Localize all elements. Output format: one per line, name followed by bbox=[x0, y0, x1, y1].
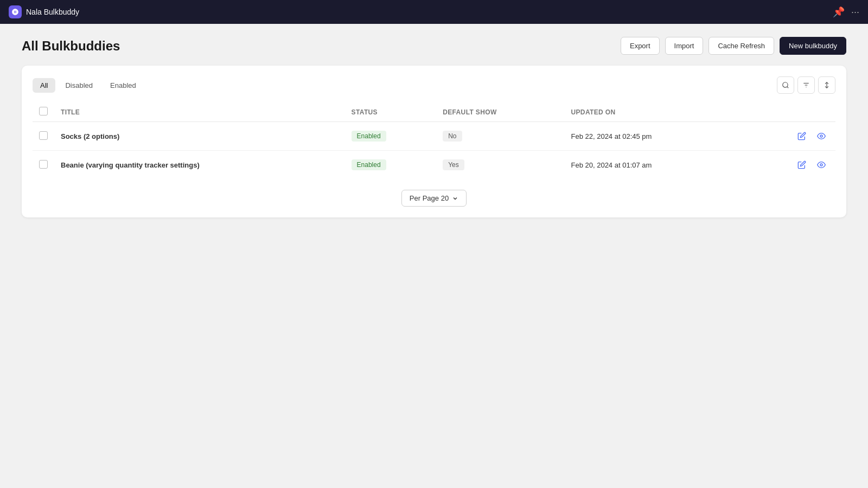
topbar: Nala Bulkbuddy 📌 ··· bbox=[0, 0, 868, 24]
tab-disabled[interactable]: Disabled bbox=[58, 78, 100, 93]
search-button[interactable] bbox=[777, 76, 794, 94]
select-all-checkbox[interactable] bbox=[39, 107, 48, 115]
row-updated-on-1: Feb 20, 2024 at 01:07 am bbox=[564, 151, 744, 179]
default-show-badge-0: No bbox=[443, 131, 462, 142]
export-button[interactable]: Export bbox=[621, 37, 660, 55]
cache-refresh-button[interactable]: Cache Refresh bbox=[709, 37, 774, 55]
sort-button[interactable] bbox=[818, 76, 835, 94]
table-row: Socks (2 options) Enabled No Feb 22, 202… bbox=[33, 122, 835, 151]
more-options-icon[interactable]: ··· bbox=[851, 7, 859, 18]
row-status-1: Enabled bbox=[345, 151, 437, 179]
app-name: Nala Bulkbuddy bbox=[26, 8, 79, 16]
action-icons-1 bbox=[750, 157, 829, 172]
svg-line-1 bbox=[787, 87, 789, 88]
per-page-button[interactable]: Per Page 20 bbox=[401, 190, 467, 207]
row-checkbox-cell bbox=[33, 151, 54, 179]
sort-icon bbox=[823, 81, 831, 89]
col-actions bbox=[744, 102, 835, 122]
col-title: Title bbox=[54, 102, 345, 122]
topbar-right: 📌 ··· bbox=[833, 6, 859, 18]
table-header-row: Title Status Default show Updated On bbox=[33, 102, 835, 122]
filter-icon bbox=[802, 81, 810, 89]
import-button[interactable]: Import bbox=[665, 37, 704, 55]
table-head: Title Status Default show Updated On bbox=[33, 102, 835, 122]
row-default-show-0: No bbox=[436, 122, 564, 151]
default-show-badge-1: Yes bbox=[443, 159, 464, 170]
row-checkbox-0[interactable] bbox=[39, 131, 48, 140]
row-updated-on-0: Feb 22, 2024 at 02:45 pm bbox=[564, 122, 744, 151]
row-title-1: Beanie (varying quantity tracker setting… bbox=[54, 151, 345, 179]
svg-point-0 bbox=[783, 82, 788, 87]
edit-icon-1[interactable] bbox=[794, 157, 809, 172]
main-content: All Disabled Enabled bbox=[0, 66, 868, 217]
filter-tabs: All Disabled Enabled bbox=[33, 76, 835, 94]
table-body: Socks (2 options) Enabled No Feb 22, 202… bbox=[33, 122, 835, 179]
tab-enabled[interactable]: Enabled bbox=[103, 78, 144, 93]
search-icon bbox=[782, 81, 789, 89]
per-page-label: Per Page 20 bbox=[410, 194, 449, 202]
topbar-left: Nala Bulkbuddy bbox=[9, 5, 79, 18]
tab-all[interactable]: All bbox=[33, 78, 55, 93]
row-default-show-1: Yes bbox=[436, 151, 564, 179]
col-updated-on: Updated On bbox=[564, 102, 744, 122]
tabs-left: All Disabled Enabled bbox=[33, 78, 144, 93]
chevron-updown-icon bbox=[452, 195, 458, 202]
tabs-right bbox=[777, 76, 835, 94]
filter-button[interactable] bbox=[797, 76, 815, 94]
row-title-0: Socks (2 options) bbox=[54, 122, 345, 151]
row-checkbox-1[interactable] bbox=[39, 160, 48, 169]
svg-point-6 bbox=[820, 135, 822, 137]
view-icon-1[interactable] bbox=[814, 157, 829, 172]
new-bulkbuddy-button[interactable]: New bulkbuddy bbox=[780, 37, 846, 55]
svg-point-7 bbox=[820, 164, 822, 166]
action-icons-0 bbox=[750, 129, 829, 144]
status-badge-1: Enabled bbox=[352, 159, 386, 170]
status-badge-0: Enabled bbox=[352, 131, 386, 142]
page-header: All Bulkbuddies Export Import Cache Refr… bbox=[0, 24, 868, 66]
view-icon-0[interactable] bbox=[814, 129, 829, 144]
row-actions-0 bbox=[744, 122, 835, 151]
edit-icon-0[interactable] bbox=[794, 129, 809, 144]
page-title: All Bulkbuddies bbox=[22, 38, 120, 54]
row-status-0: Enabled bbox=[345, 122, 437, 151]
pagination-row: Per Page 20 bbox=[33, 190, 835, 207]
table-row: Beanie (varying quantity tracker setting… bbox=[33, 151, 835, 179]
bulkbuddies-table: Title Status Default show Updated On Soc… bbox=[33, 102, 835, 179]
row-checkbox-cell bbox=[33, 122, 54, 151]
app-icon bbox=[9, 5, 22, 18]
pin-icon[interactable]: 📌 bbox=[833, 6, 845, 18]
header-actions: Export Import Cache Refresh New bulkbudd… bbox=[621, 37, 846, 55]
col-status: Status bbox=[345, 102, 437, 122]
select-all-col bbox=[33, 102, 54, 122]
row-actions-1 bbox=[744, 151, 835, 179]
bulkbuddies-card: All Disabled Enabled bbox=[22, 66, 846, 217]
col-default-show: Default show bbox=[436, 102, 564, 122]
